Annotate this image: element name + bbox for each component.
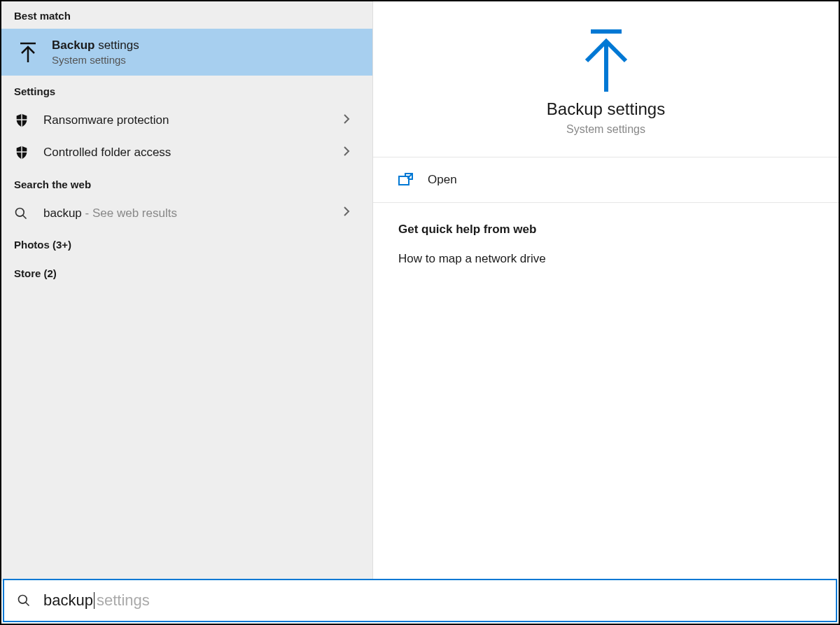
photos-header[interactable]: Photos (3+) (1, 229, 372, 258)
open-action[interactable]: Open (373, 157, 839, 203)
svg-rect-2 (21, 114, 22, 127)
search-input[interactable]: backupsettings (3, 579, 837, 622)
quick-help-header: Get quick help from web (398, 223, 813, 237)
settings-result-controlled-folder[interactable]: Controlled folder access (1, 136, 372, 169)
best-match-title: Backup settings (52, 38, 139, 52)
svg-point-12 (19, 596, 27, 604)
best-match-subtitle: System settings (52, 54, 139, 66)
shield-icon (14, 113, 36, 128)
svg-line-13 (26, 603, 29, 606)
chevron-right-icon (343, 206, 360, 220)
open-label: Open (428, 173, 457, 187)
search-autocomplete-ghost: settings (97, 591, 150, 610)
web-result-backup[interactable]: backup - See web results (1, 197, 372, 229)
shield-icon (14, 145, 36, 160)
preview-subtitle: System settings (387, 123, 825, 136)
best-match-result[interactable]: Backup settings System settings (1, 29, 372, 76)
result-label: Controlled folder access (43, 146, 343, 160)
search-icon (17, 594, 34, 608)
svg-rect-5 (15, 151, 28, 152)
chevron-right-icon (343, 146, 360, 160)
backup-arrow-icon (14, 41, 42, 64)
preview-panel: Backup settings System settings Open Get… (373, 1, 839, 581)
search-icon (14, 206, 36, 220)
svg-point-6 (16, 208, 24, 216)
open-icon (398, 173, 415, 187)
result-label: Ransomware protection (43, 113, 343, 127)
results-panel: Best match Backup settings System settin… (1, 1, 373, 581)
settings-result-ransomware[interactable]: Ransomware protection (1, 104, 372, 136)
backup-arrow-icon (575, 29, 638, 92)
svg-line-7 (23, 215, 27, 218)
svg-rect-4 (21, 146, 22, 159)
chevron-right-icon (343, 113, 360, 128)
preview-title: Backup settings (387, 99, 825, 119)
svg-rect-3 (15, 119, 28, 120)
text-cursor (94, 592, 94, 609)
result-label: backup - See web results (43, 206, 343, 220)
store-header[interactable]: Store (2) (1, 258, 372, 286)
search-web-header: Search the web (1, 169, 372, 197)
quick-help-link[interactable]: How to map a network drive (398, 252, 813, 266)
settings-header: Settings (1, 76, 372, 104)
best-match-header: Best match (1, 1, 372, 29)
search-typed-text: backup (43, 591, 93, 610)
